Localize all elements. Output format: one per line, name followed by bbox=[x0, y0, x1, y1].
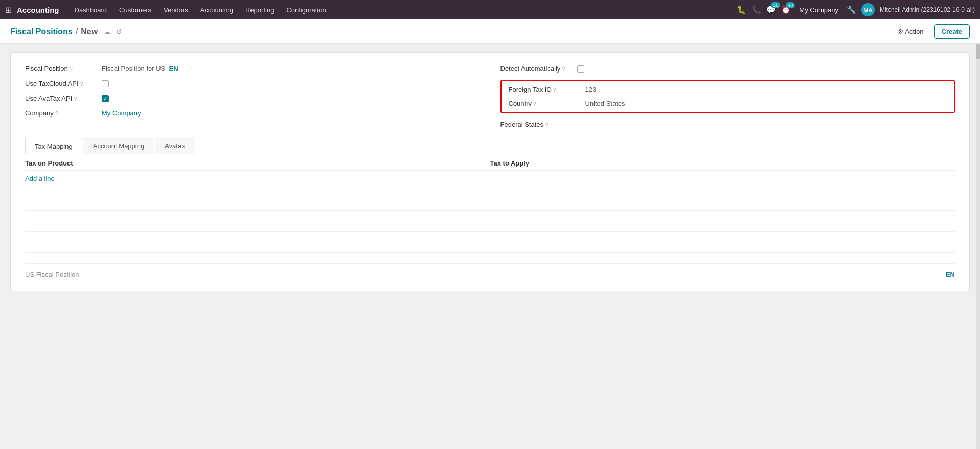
fiscal-position-help[interactable]: ? bbox=[70, 66, 73, 72]
nav-customers[interactable]: Customers bbox=[114, 4, 156, 16]
tax-mapping-content: Tax on Product Tax to Apply Add a line bbox=[25, 154, 955, 253]
use-taxcloud-checkbox[interactable] bbox=[102, 80, 109, 87]
fiscal-position-field: Fiscal Position ? Fiscal Position for US… bbox=[25, 65, 480, 73]
form-row-1: Fiscal Position ? Fiscal Position for US… bbox=[25, 65, 955, 128]
use-taxcloud-label: Use TaxCloud API ? bbox=[25, 80, 102, 87]
action-bar: Fiscal Positions / New ☁ ↺ ⚙ Action Crea… bbox=[0, 19, 980, 44]
add-line-button[interactable]: Add a line bbox=[25, 171, 55, 186]
use-taxcloud-field: Use TaxCloud API ? bbox=[25, 80, 480, 87]
country-label: Country ? bbox=[509, 100, 585, 107]
use-avatax-checkbox[interactable]: ✓ bbox=[102, 95, 109, 102]
nav-configuration[interactable]: Configuration bbox=[281, 4, 331, 16]
fiscal-position-lang[interactable]: EN bbox=[169, 65, 178, 73]
main-content: Fiscal Position ? Fiscal Position for US… bbox=[0, 44, 980, 449]
company-help[interactable]: ? bbox=[55, 110, 58, 116]
tab-avatax[interactable]: Avatax bbox=[155, 137, 195, 154]
company-field: Company ? My Company bbox=[25, 109, 480, 117]
chat-badge-wrap[interactable]: 💬 10 bbox=[766, 5, 776, 14]
country-field: Country ? United States bbox=[509, 100, 947, 107]
detect-auto-field: Detect Automatically ? bbox=[500, 65, 955, 73]
nav-accounting[interactable]: Accounting bbox=[195, 4, 238, 16]
breadcrumb-current: New bbox=[81, 27, 98, 36]
breadcrumb-separator: / bbox=[76, 27, 78, 36]
federal-states-label: Federal States ? bbox=[500, 121, 577, 128]
clock-count: 48 bbox=[786, 2, 795, 8]
username[interactable]: Mitchell Admin (22316102-16-0-all) bbox=[880, 6, 975, 13]
bug-icon[interactable]: 🐛 bbox=[737, 5, 746, 14]
chat-count: 10 bbox=[771, 2, 780, 8]
company-label: Company ? bbox=[25, 109, 102, 117]
footer-lang: EN bbox=[946, 271, 955, 278]
scrollbar-track[interactable] bbox=[976, 44, 980, 449]
scrollbar-thumb[interactable] bbox=[976, 44, 980, 59]
detect-auto-help[interactable]: ? bbox=[562, 66, 565, 72]
nav-vendors[interactable]: Vendors bbox=[158, 4, 193, 16]
fiscal-position-value[interactable]: Fiscal Position for US bbox=[102, 65, 165, 73]
use-avatax-label: Use AvaTax API ? bbox=[25, 94, 102, 102]
divider-3 bbox=[25, 231, 955, 232]
tab-account-mapping[interactable]: Account Mapping bbox=[83, 137, 154, 154]
col-right-1: Detect Automatically ? Foreign Tax ID ? … bbox=[500, 65, 955, 128]
nav-reporting[interactable]: Reporting bbox=[240, 4, 279, 16]
brand-name[interactable]: Accounting bbox=[17, 6, 59, 14]
action-bar-right: ⚙ Action Create bbox=[892, 24, 970, 39]
breadcrumb: Fiscal Positions / New ☁ ↺ bbox=[10, 27, 892, 36]
detect-auto-checkbox[interactable] bbox=[577, 65, 584, 73]
col-tax-on-product: Tax on Product bbox=[25, 159, 490, 167]
form-footer: US Fiscal Position EN bbox=[25, 263, 955, 278]
reset-icon[interactable]: ↺ bbox=[116, 28, 122, 36]
federal-states-help[interactable]: ? bbox=[545, 122, 548, 128]
use-taxcloud-help[interactable]: ? bbox=[80, 81, 83, 87]
form-card: Fiscal Position ? Fiscal Position for US… bbox=[10, 52, 970, 291]
footer-label: US Fiscal Position bbox=[25, 271, 79, 278]
cloud-save-icon[interactable]: ☁ bbox=[104, 28, 111, 36]
top-navigation: ⊞ Accounting Dashboard Customers Vendors… bbox=[0, 0, 980, 19]
divider-2 bbox=[25, 210, 955, 211]
add-line-row: Add a line bbox=[25, 171, 955, 186]
foreign-tax-id-field: Foreign Tax ID ? 123 bbox=[509, 86, 947, 93]
wrench-icon[interactable]: 🔧 bbox=[847, 5, 856, 14]
use-avatax-help[interactable]: ? bbox=[74, 96, 77, 102]
foreign-tax-id-value[interactable]: 123 bbox=[585, 86, 597, 93]
table-header: Tax on Product Tax to Apply bbox=[25, 154, 955, 171]
create-button[interactable]: Create bbox=[934, 24, 970, 39]
use-avatax-field: Use AvaTax API ? ✓ bbox=[25, 94, 480, 102]
col-left-1: Fiscal Position ? Fiscal Position for US… bbox=[25, 65, 480, 117]
apps-icon[interactable]: ⊞ bbox=[5, 5, 12, 15]
nav-dashboard[interactable]: Dashboard bbox=[70, 4, 112, 16]
topnav-right: 🐛 📞 💬 10 ⏰ 48 My Company 🔧 MA Mitchell A… bbox=[737, 3, 975, 16]
phone-icon[interactable]: 📞 bbox=[751, 5, 761, 14]
company-name[interactable]: My Company bbox=[799, 6, 838, 14]
federal-states-field: Federal States ? bbox=[500, 121, 955, 128]
action-button[interactable]: ⚙ Action bbox=[892, 25, 930, 38]
breadcrumb-parent[interactable]: Fiscal Positions bbox=[10, 27, 73, 36]
divider-1 bbox=[25, 190, 955, 190]
foreign-tax-id-label: Foreign Tax ID ? bbox=[509, 86, 585, 93]
highlight-box: Foreign Tax ID ? 123 Country ? United St… bbox=[500, 80, 955, 113]
company-value[interactable]: My Company bbox=[102, 109, 141, 117]
detect-auto-label: Detect Automatically ? bbox=[500, 65, 577, 73]
col-tax-to-apply: Tax to Apply bbox=[490, 159, 955, 167]
divider-4 bbox=[25, 252, 955, 253]
country-value[interactable]: United States bbox=[585, 100, 625, 107]
fiscal-position-label: Fiscal Position ? bbox=[25, 65, 102, 73]
foreign-tax-id-help[interactable]: ? bbox=[553, 87, 556, 93]
clock-badge-wrap[interactable]: ⏰ 48 bbox=[781, 5, 791, 14]
country-help[interactable]: ? bbox=[533, 101, 536, 107]
tabs-bar: Tax Mapping Account Mapping Avatax bbox=[25, 137, 955, 154]
avatar[interactable]: MA bbox=[861, 3, 875, 16]
tab-tax-mapping[interactable]: Tax Mapping bbox=[25, 138, 82, 154]
